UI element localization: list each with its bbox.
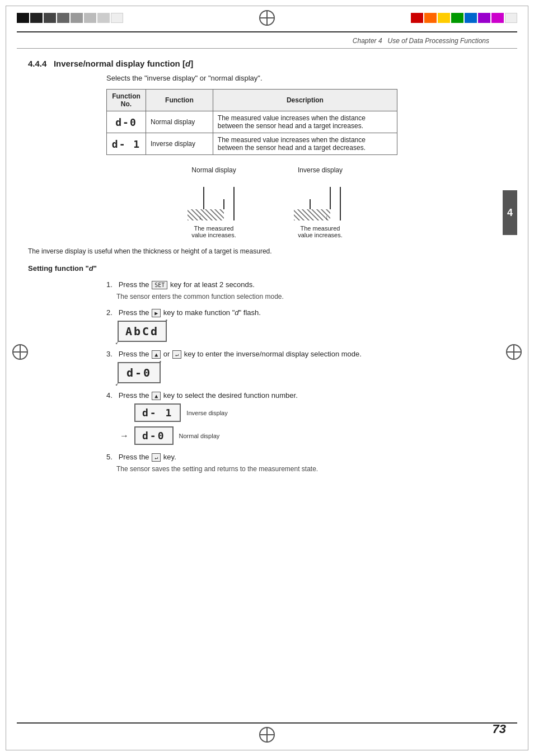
selector-diagram: d- 1 Inverse display → d-0 Normal displa… bbox=[118, 403, 506, 445]
cb5 bbox=[71, 13, 83, 23]
color-bar-right bbox=[411, 13, 517, 23]
cb7 bbox=[97, 13, 110, 23]
chapter-title: Use of Data Processing Functions bbox=[388, 37, 489, 45]
desc-inverse: The measured value increases when the di… bbox=[213, 133, 397, 155]
step-2-num: 2. bbox=[106, 308, 113, 317]
setting-function-label: Setting function " bbox=[28, 264, 89, 273]
left-crosshair bbox=[12, 344, 28, 360]
table-row: d- 1 Inverse display The measured value … bbox=[107, 133, 397, 155]
page-number: 73 bbox=[493, 722, 506, 736]
cb4 bbox=[57, 13, 69, 23]
normal-diag-caption: The measured value increases. bbox=[186, 225, 242, 238]
right-key: ▶ bbox=[152, 309, 161, 317]
footer-rule bbox=[17, 722, 517, 724]
th-func-no: FunctionNo. bbox=[107, 90, 146, 111]
step-4-text: 4. Press the ▲ key to select the desired… bbox=[106, 391, 506, 400]
step-3: 3. Press the ▲ or ↵ key to enter the inv… bbox=[28, 350, 506, 383]
cb6 bbox=[84, 13, 96, 23]
cbr5 bbox=[465, 13, 477, 23]
selector-row-inverse: d- 1 Inverse display bbox=[118, 403, 506, 422]
section-title-text: Inverse/normal display function [ bbox=[54, 59, 185, 68]
set-key: SET bbox=[152, 281, 167, 289]
step-5-subtext: The sensor saves the setting and returns… bbox=[106, 465, 506, 473]
footer-crosshair-circle bbox=[259, 727, 275, 743]
th-function: Function bbox=[146, 90, 213, 111]
step-1-text: 1. Press the SET key for at least 2 seco… bbox=[106, 280, 506, 289]
lcd-abcd: AbCd ↗ ↙ bbox=[118, 321, 167, 342]
normal-hatch bbox=[188, 209, 224, 220]
chapter-label: Chapter 4 bbox=[353, 37, 382, 45]
cb1 bbox=[17, 13, 29, 23]
cbr4 bbox=[451, 13, 463, 23]
step-5-num: 5. bbox=[106, 453, 113, 461]
step-3-num: 3. bbox=[106, 350, 113, 358]
display-diagram: Normal display ↓ The measured value incr… bbox=[28, 166, 506, 238]
lcd-normal-label: Normal display bbox=[179, 433, 220, 439]
section-title-end: ] bbox=[190, 59, 193, 68]
func-normal: Normal display bbox=[146, 111, 213, 133]
section-title: 4.4.4 Inverse/normal display function [d… bbox=[28, 59, 506, 68]
normal-line-short bbox=[223, 199, 224, 209]
step-5: 5. Press the ↵ key. The sensor saves the… bbox=[28, 453, 506, 473]
inverse-diag-label: Inverse display bbox=[298, 166, 343, 174]
cbr8 bbox=[505, 13, 517, 23]
cbr7 bbox=[491, 13, 504, 23]
inverse-line-tall bbox=[330, 187, 331, 209]
right-crosshair-circle bbox=[506, 344, 522, 360]
cb2 bbox=[30, 13, 43, 23]
inverse-line-short bbox=[310, 199, 311, 209]
header-strip bbox=[0, 0, 534, 31]
cbr3 bbox=[438, 13, 450, 23]
section-symbol: d bbox=[185, 59, 190, 68]
step-4-num: 4. bbox=[106, 391, 113, 400]
useful-note: The inverse display is useful when the t… bbox=[28, 247, 506, 255]
normal-line-tall bbox=[203, 187, 204, 209]
step-2-text: 2. Press the ▶ key to make function "d" … bbox=[106, 308, 506, 317]
chapter-tab-number: 4 bbox=[507, 207, 513, 219]
table-row: d-0 Normal display The measured value in… bbox=[107, 111, 397, 133]
selector-arrow-2: → bbox=[118, 431, 129, 441]
cbr1 bbox=[411, 13, 423, 23]
step-1-num: 1. bbox=[106, 280, 113, 289]
setting-function-label-end: " bbox=[93, 264, 97, 273]
lcd-normal: d-0 bbox=[134, 426, 174, 445]
step-2: 2. Press the ▶ key to make function "d" … bbox=[28, 308, 506, 342]
symbol-normal: d-0 bbox=[107, 111, 146, 133]
header-crosshair bbox=[259, 10, 275, 26]
desc-normal: The measured value increases when the di… bbox=[213, 111, 397, 133]
color-bar-left bbox=[17, 13, 123, 23]
enter-key-5: ↵ bbox=[152, 453, 161, 462]
step-1: 1. Press the SET key for at least 2 seco… bbox=[28, 280, 506, 300]
setting-symbol: d bbox=[89, 264, 93, 273]
normal-diag-label: Normal display bbox=[191, 166, 236, 174]
lcd-inverse-label: Inverse display bbox=[186, 410, 227, 416]
normal-display-diagram: Normal display ↓ The measured value incr… bbox=[183, 166, 245, 238]
function-table: FunctionNo. Function Description d-0 Nor… bbox=[106, 89, 397, 155]
step-1-subtext: The sensor enters the common function se… bbox=[106, 293, 506, 300]
up-key-4: ▲ bbox=[152, 392, 161, 400]
enter-key-3: ↵ bbox=[172, 350, 181, 359]
subtitle: Selects the "inverse display" or "normal… bbox=[106, 74, 506, 82]
inverse-arrow: ↓ bbox=[325, 214, 329, 220]
cb8 bbox=[111, 13, 123, 23]
step-3-text: 3. Press the ▲ or ↵ key to enter the inv… bbox=[106, 350, 506, 359]
step-4: 4. Press the ▲ key to select the desired… bbox=[28, 391, 506, 445]
right-crosshair bbox=[506, 344, 522, 360]
main-content: 4.4.4 Inverse/normal display function [d… bbox=[0, 49, 534, 497]
lcd-inverse: d- 1 bbox=[134, 403, 181, 422]
cbr6 bbox=[478, 13, 490, 23]
selector-row-normal: → d-0 Normal display bbox=[118, 426, 506, 445]
up-key-3: ▲ bbox=[152, 350, 161, 359]
inverse-diag-caption: The measured value increases. bbox=[292, 225, 348, 238]
cb3 bbox=[44, 13, 56, 23]
inverse-ref-line bbox=[340, 187, 341, 220]
chapter-header: Chapter 4 Use of Data Processing Functio… bbox=[17, 32, 517, 49]
footer-crosshair bbox=[259, 727, 275, 743]
normal-arrow: ↓ bbox=[199, 214, 202, 220]
lcd-d0: d-0 ↗ ↙ bbox=[118, 362, 161, 383]
func-inverse: Inverse display bbox=[146, 133, 213, 155]
section-number: 4.4.4 bbox=[28, 59, 46, 68]
symbol-inverse: d- 1 bbox=[107, 133, 146, 155]
th-description: Description bbox=[213, 90, 397, 111]
step-5-text: 5. Press the ↵ key. bbox=[106, 453, 506, 462]
